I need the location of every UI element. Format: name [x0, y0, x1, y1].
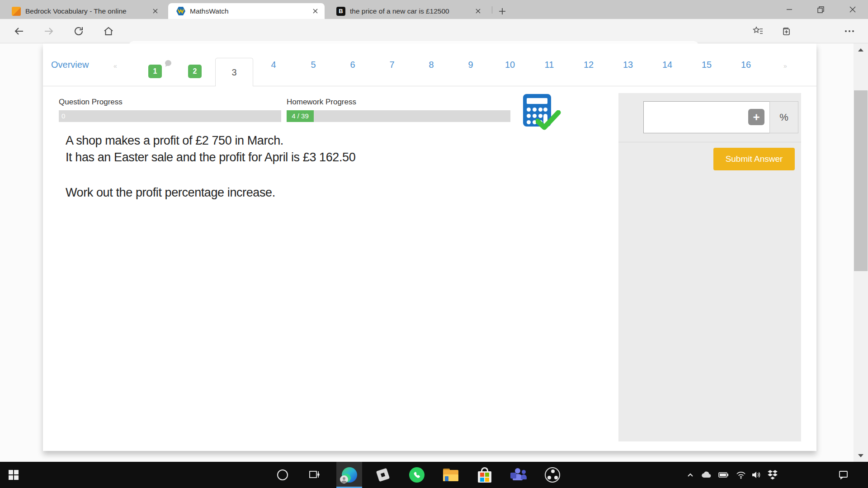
- edge-profile-avatar: [340, 475, 348, 483]
- edge-taskbar-button[interactable]: [336, 462, 362, 488]
- nav-scroll-right[interactable]: »: [783, 62, 787, 70]
- windows-taskbar: 10:28 30/01/2021: [0, 462, 868, 488]
- bing-favicon-icon: B: [336, 7, 345, 16]
- onedrive-tray-icon[interactable]: [700, 462, 713, 488]
- cortana-button[interactable]: [274, 462, 292, 488]
- collections-icon[interactable]: [780, 25, 792, 37]
- nav-question-16[interactable]: 16: [737, 60, 755, 70]
- wifi-tray-icon[interactable]: [734, 462, 748, 488]
- roblox-icon: [376, 468, 390, 482]
- nav-question-1-badge[interactable]: 1: [148, 65, 162, 78]
- window-minimize-button[interactable]: [779, 0, 800, 19]
- nav-question-5[interactable]: 5: [304, 60, 322, 70]
- cortana-icon: [277, 469, 288, 480]
- browser-tab-bar: Bedrock Vocabulary - The online MathsWat…: [0, 0, 868, 19]
- tab-bedrock[interactable]: Bedrock Vocabulary - The online: [4, 3, 165, 19]
- nav-question-4[interactable]: 4: [264, 60, 283, 70]
- file-explorer-icon: [443, 469, 458, 481]
- teams-icon: [510, 467, 527, 483]
- file-explorer-taskbar-button[interactable]: [440, 462, 462, 488]
- nav-question-9[interactable]: 9: [462, 60, 480, 70]
- favorites-bar-icon[interactable]: [752, 25, 764, 37]
- whatsapp-taskbar-button[interactable]: [406, 462, 428, 488]
- comment-bubble-icon: [165, 60, 171, 66]
- nav-question-15[interactable]: 15: [698, 60, 716, 70]
- nav-question-14[interactable]: 14: [658, 60, 676, 70]
- homework-progress-bar: 4 / 39: [287, 110, 510, 122]
- roblox-taskbar-button[interactable]: [372, 462, 394, 488]
- tab-bing-search[interactable]: B the price of a new car is £12500: [328, 3, 487, 19]
- tab-title: Bedrock Vocabulary - The online: [25, 7, 146, 15]
- page-viewport: Overview « 1 2 3 4 5 6 7 8 9 10 11 12 13…: [0, 43, 854, 462]
- question-progress-label: Question Progress: [59, 98, 123, 107]
- mathswatch-favicon-icon: [176, 7, 185, 16]
- windows-logo-icon: [9, 470, 19, 480]
- tab-close-icon[interactable]: [472, 5, 484, 17]
- window-restore-button[interactable]: [810, 0, 831, 19]
- whatsapp-icon: [409, 467, 425, 483]
- page-scrollbar[interactable]: [854, 43, 868, 462]
- more-menu-icon[interactable]: [844, 25, 855, 37]
- tab-close-icon[interactable]: [149, 5, 161, 17]
- task-view-button[interactable]: [306, 462, 324, 488]
- submit-answer-button[interactable]: Submit Answer: [713, 148, 795, 170]
- nav-question-2-badge[interactable]: 2: [188, 65, 202, 78]
- keypad-plus-button[interactable]: +: [748, 109, 764, 125]
- volume-tray-icon[interactable]: [750, 462, 764, 488]
- nav-overview-link[interactable]: Overview: [51, 60, 89, 70]
- dropbox-tray-icon[interactable]: [766, 462, 779, 488]
- obs-studio-icon: [545, 467, 560, 483]
- tab-mathswatch[interactable]: MathsWatch: [168, 3, 325, 19]
- homework-progress-value: 4 / 39: [287, 110, 314, 122]
- tab-close-icon[interactable]: [309, 5, 321, 17]
- microsoft-store-taskbar-button[interactable]: [474, 462, 495, 488]
- nav-question-7[interactable]: 7: [383, 60, 401, 70]
- screen: Bedrock Vocabulary - The online MathsWat…: [0, 0, 868, 488]
- forward-icon[interactable]: [43, 25, 55, 37]
- bedrock-favicon-icon: [12, 7, 21, 16]
- tray-expand-chevron-icon[interactable]: [684, 462, 697, 488]
- scrollbar-thumb[interactable]: [854, 90, 868, 271]
- home-icon[interactable]: [103, 25, 114, 37]
- scroll-up-icon[interactable]: [854, 43, 868, 56]
- microsoft-store-icon: [478, 467, 491, 483]
- start-button[interactable]: [4, 462, 24, 488]
- assignment-card: Overview « 1 2 3 4 5 6 7 8 9 10 11 12 13…: [43, 43, 816, 451]
- nav-question-8[interactable]: 8: [422, 60, 440, 70]
- tab-divider: [492, 6, 492, 14]
- edge-icon: [342, 467, 357, 483]
- reload-icon[interactable]: [73, 25, 85, 37]
- new-tab-button[interactable]: [495, 5, 509, 18]
- question-nav-border: [43, 86, 816, 86]
- teams-taskbar-button[interactable]: [508, 462, 529, 488]
- answer-panel: + % Submit Answer: [618, 93, 801, 441]
- nav-question-6[interactable]: 6: [344, 60, 362, 70]
- question-text-line2: It has an Easter sale and the profit for…: [66, 150, 355, 164]
- percent-unit-label: %: [769, 101, 798, 133]
- tab-title: MathsWatch: [190, 7, 306, 15]
- nav-question-12[interactable]: 12: [580, 60, 598, 70]
- calculator-allowed-icon[interactable]: [523, 94, 561, 130]
- nav-question-13[interactable]: 13: [619, 60, 637, 70]
- homework-progress-label: Homework Progress: [287, 98, 356, 107]
- window-close-button[interactable]: [842, 0, 863, 19]
- nav-scroll-left[interactable]: «: [113, 62, 117, 70]
- scroll-down-icon[interactable]: [854, 449, 868, 462]
- browser-toolbar: https://vle.mathswatch.co.uk/vle/assignm…: [0, 19, 868, 43]
- nav-question-3-active-tab[interactable]: 3: [215, 58, 253, 86]
- nav-question-10[interactable]: 10: [501, 60, 519, 70]
- obs-taskbar-button[interactable]: [542, 462, 563, 488]
- back-icon[interactable]: [13, 25, 25, 37]
- question-text-line3: Work out the profit percentage increase.: [66, 186, 275, 200]
- tab-title: the price of a new car is £12500: [350, 7, 468, 15]
- action-center-icon[interactable]: [835, 462, 852, 488]
- question-progress-bar: 0: [59, 110, 281, 122]
- panel-divider: [618, 142, 801, 142]
- question-progress-value: 0: [59, 112, 65, 120]
- battery-tray-icon[interactable]: [717, 462, 731, 488]
- nav-question-11[interactable]: 11: [540, 60, 558, 70]
- question-text-line1: A shop makes a profit of £2 750 in March…: [66, 134, 283, 148]
